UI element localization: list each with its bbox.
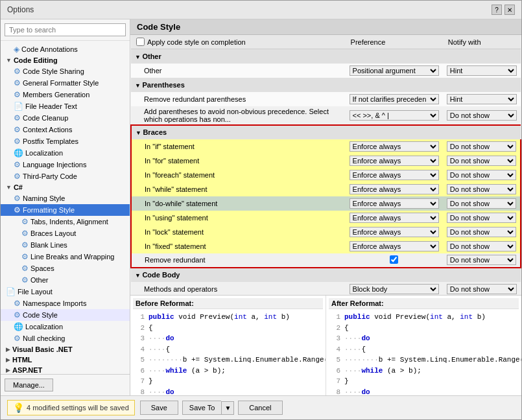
preference-select-using-statement[interactable]: Enforce always bbox=[350, 213, 439, 223]
preference-select-add-parentheses[interactable]: << >>, & ^ | bbox=[350, 110, 439, 121]
search-input[interactable] bbox=[5, 23, 126, 36]
tree-icon-code-style: ⚙ bbox=[14, 310, 21, 320]
sidebar-item-vb-net[interactable]: ▶Visual Basic .NET bbox=[1, 344, 130, 355]
sidebar: ◈Code Annotations▼Code Editing⚙Code Styl… bbox=[1, 19, 130, 395]
row-notify-foreach-statement: Do not show bbox=[443, 168, 521, 182]
sidebar-item-spaces[interactable]: ⚙Spaces bbox=[1, 262, 130, 274]
sidebar-item-localization2[interactable]: 🌐Localization bbox=[1, 321, 130, 332]
tree-icon-namespace-imports: ⚙ bbox=[14, 299, 21, 308]
expand-arrow-csharp: ▼ bbox=[6, 184, 12, 191]
sidebar-item-csharp[interactable]: ▼C# bbox=[1, 182, 130, 192]
sidebar-item-asp-net[interactable]: ▶ASP.NET bbox=[1, 365, 130, 374]
row-description-foreach-statement: In "foreach" statement bbox=[131, 168, 346, 182]
tree-icon-file-layout: 📄 bbox=[6, 287, 16, 296]
notify-select-if-statement[interactable]: Do not show bbox=[447, 141, 516, 152]
sidebar-item-tabs-indents[interactable]: ⚙Tabs, Indents, Alignment bbox=[1, 216, 130, 228]
row-notify-add-parentheses: Do not show bbox=[443, 106, 521, 125]
notify-select-fixed-statement[interactable]: Do not show bbox=[447, 241, 516, 251]
tree-icon-localization: 🌐 bbox=[14, 148, 23, 158]
preference-select-if-statement[interactable]: Enforce always bbox=[350, 141, 439, 152]
row-preference-methods-operators: Block body bbox=[346, 282, 443, 296]
before-reformat-pane: Before Reformat: 1public void Preview(in… bbox=[130, 296, 326, 395]
manage-button[interactable]: Manage... bbox=[5, 379, 53, 391]
sidebar-label-code-editing: Code Editing bbox=[14, 56, 58, 64]
sidebar-item-code-cleanup[interactable]: ⚙Code Cleanup bbox=[1, 112, 130, 124]
sidebar-item-code-editing[interactable]: ▼Code Editing bbox=[1, 55, 130, 65]
sidebar-item-third-party-code[interactable]: ⚙Third-Party Code bbox=[1, 170, 130, 182]
tree-icon-tabs-indents: ⚙ bbox=[21, 217, 29, 226]
line-text: { bbox=[148, 323, 153, 334]
line-number: 5 bbox=[136, 355, 145, 366]
sidebar-item-file-header-text[interactable]: 📄File Header Text bbox=[1, 100, 130, 112]
notify-select-while-statement[interactable]: Do not show bbox=[447, 184, 516, 194]
sidebar-label-null-checking: Null checking bbox=[23, 334, 65, 342]
sidebar-item-blank-lines[interactable]: ⚙Blank Lines bbox=[1, 239, 130, 251]
sidebar-item-members-generation[interactable]: ⚙Members Generation bbox=[1, 89, 130, 100]
line-text: ····do bbox=[344, 387, 370, 396]
row-notify-while-statement: Do not show bbox=[443, 182, 521, 196]
section-header-other-section: ▼ Other bbox=[131, 49, 521, 64]
cancel-button[interactable]: Cancel bbox=[238, 401, 282, 415]
sidebar-item-general-formatter[interactable]: ⚙General Formatter Style bbox=[1, 77, 130, 89]
right-panel: Code Style Apply code style on completio… bbox=[130, 19, 521, 395]
help-button[interactable]: ? bbox=[492, 5, 502, 15]
sidebar-label-spaces: Spaces bbox=[30, 264, 54, 272]
sidebar-item-localization[interactable]: 🌐Localization bbox=[1, 147, 130, 159]
preference-select-methods-operators[interactable]: Block body bbox=[350, 284, 439, 294]
notify-select-positional-arg[interactable]: Hint bbox=[447, 65, 517, 76]
notify-select-for-statement[interactable]: Do not show bbox=[447, 156, 516, 166]
sidebar-item-language-injections[interactable]: ⚙Language Injections bbox=[1, 159, 130, 170]
sidebar-item-postfix-templates[interactable]: ⚙Postfix Templates bbox=[1, 135, 130, 147]
sidebar-item-context-actions[interactable]: ⚙Context Actions bbox=[1, 124, 130, 135]
sidebar-item-html[interactable]: ▶HTML bbox=[1, 355, 130, 365]
options-window: Options ? ✕ ◈Code Annotations▼Code Editi… bbox=[0, 0, 522, 420]
preference-select-for-statement[interactable]: Enforce always bbox=[350, 156, 439, 166]
row-preference-using-statement: Enforce always bbox=[346, 211, 443, 225]
notify-select-remove-redundant-braces[interactable]: Do not show bbox=[447, 255, 516, 265]
sidebar-item-other[interactable]: ⚙Other bbox=[1, 274, 130, 286]
notify-select-do-while-statement[interactable]: Do not show bbox=[447, 198, 516, 209]
line-number: 3 bbox=[331, 333, 340, 344]
code-line: 2{ bbox=[331, 323, 516, 334]
save-to-button[interactable]: Save To bbox=[182, 401, 222, 415]
notify-select-add-parentheses[interactable]: Do not show bbox=[447, 110, 517, 121]
preference-checkbox-remove-redundant-braces[interactable] bbox=[390, 255, 398, 264]
preference-select-remove-redundant-parens[interactable]: If not clarifies preceden bbox=[350, 94, 439, 104]
notify-select-foreach-statement[interactable]: Do not show bbox=[447, 170, 516, 180]
sidebar-item-formatting-style[interactable]: ⚙Formatting Style bbox=[1, 204, 130, 216]
preference-select-do-while-statement[interactable]: Enforce always bbox=[350, 198, 439, 209]
sidebar-item-line-breaks[interactable]: ⚙Line Breaks and Wrapping bbox=[1, 251, 130, 262]
row-preference-remove-redundant-parens: If not clarifies preceden bbox=[346, 92, 443, 106]
notify-select-lock-statement[interactable]: Do not show bbox=[447, 227, 516, 237]
sidebar-item-null-checking[interactable]: ⚙Null checking bbox=[1, 332, 130, 344]
sidebar-item-code-style-sharing[interactable]: ⚙Code Style Sharing bbox=[1, 65, 130, 77]
preference-select-lock-statement[interactable]: Enforce always bbox=[350, 227, 439, 237]
preference-select-while-statement[interactable]: Enforce always bbox=[350, 184, 439, 194]
sidebar-item-naming-style[interactable]: ⚙Naming Style bbox=[1, 192, 130, 204]
tree-icon-spaces: ⚙ bbox=[21, 264, 29, 273]
close-button[interactable]: ✕ bbox=[504, 5, 515, 15]
line-text: ····do bbox=[344, 333, 370, 344]
line-number: 1 bbox=[136, 312, 145, 323]
sidebar-item-code-annotations[interactable]: ◈Code Annotations bbox=[1, 43, 130, 55]
sidebar-item-namespace-imports[interactable]: ⚙Namespace Imports bbox=[1, 298, 130, 309]
save-button[interactable]: Save bbox=[140, 401, 178, 415]
preference-select-foreach-statement[interactable]: Enforce always bbox=[350, 170, 439, 180]
sidebar-item-file-layout[interactable]: 📄File Layout bbox=[1, 286, 130, 298]
notify-select-using-statement[interactable]: Do not show bbox=[447, 213, 516, 223]
save-to-arrow-button[interactable]: ▼ bbox=[221, 401, 234, 415]
tree-icon-braces-layout: ⚙ bbox=[21, 229, 29, 238]
sidebar-item-braces-layout[interactable]: ⚙Braces Layout bbox=[1, 228, 130, 239]
expand-arrow-html: ▶ bbox=[6, 356, 10, 363]
preference-select-fixed-statement[interactable]: Enforce always bbox=[350, 241, 439, 251]
row-description-while-statement: In "while" statement bbox=[131, 182, 346, 196]
sidebar-item-code-style[interactable]: ⚙Code Style bbox=[1, 309, 130, 321]
settings-row-positional-arg: OtherPositional argumentHint bbox=[131, 64, 521, 78]
preference-select-positional-arg[interactable]: Positional argument bbox=[350, 65, 439, 76]
notify-select-remove-redundant-parens[interactable]: Hint bbox=[447, 94, 517, 104]
notify-select-methods-operators[interactable]: Do not show bbox=[447, 284, 517, 294]
apply-style-checkbox[interactable] bbox=[136, 38, 145, 46]
row-notify-methods-operators: Do not show bbox=[443, 282, 521, 296]
status-icon: 💡 bbox=[13, 402, 24, 413]
sidebar-label-code-annotations: Code Annotations bbox=[21, 45, 78, 53]
